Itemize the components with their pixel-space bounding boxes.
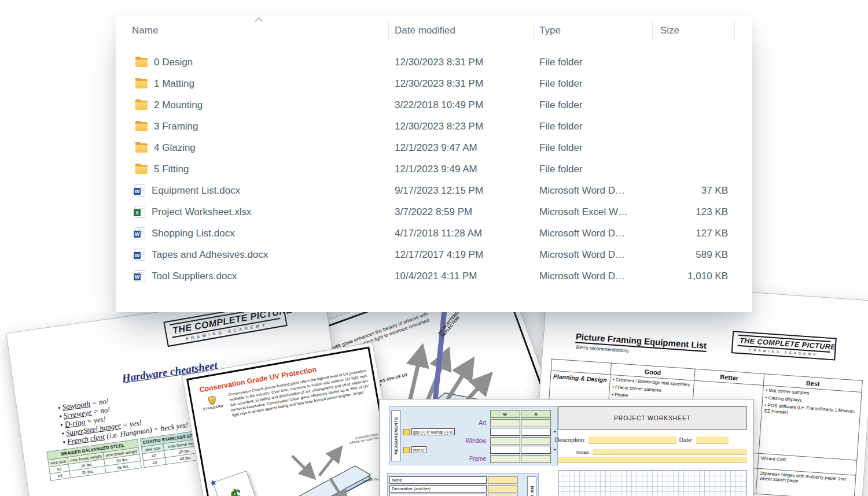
window-h-cell xyxy=(521,437,551,445)
desktop-collage: THE COMPLETE PICTURE FRAMING ACADEMY Har… xyxy=(0,0,868,496)
excel-file-icon xyxy=(135,206,145,218)
description-field xyxy=(589,436,676,444)
star-icon xyxy=(208,476,219,488)
blank-label xyxy=(403,410,489,418)
item-date: 9/17/2023 12:15 PM xyxy=(389,185,534,197)
measurements-grid: w h Art gap (+) or overlap (-) x2 + Wind… xyxy=(403,410,558,463)
item-date: 3/7/2022 8:59 PM xyxy=(389,206,534,218)
file-row[interactable]: Tool Suppliers.docx 10/4/2021 4:11 PM Mi… xyxy=(132,265,752,287)
price-card xyxy=(212,471,260,496)
project-worksheet-page: MEASUREMENTS w h Art gap (+) or overlap … xyxy=(379,399,754,496)
item-date: 12/30/2023 8:31 PM xyxy=(389,57,534,68)
item-name: Tool Suppliers.docx xyxy=(152,271,237,282)
file-row[interactable]: Tapes and Adhesives.docx 12/17/2017 4:19… xyxy=(132,244,752,265)
conservation-frame: Conservation Grade UV Protection STANDAR… xyxy=(186,347,401,496)
item-name: Tapes and Adhesives.docx xyxy=(152,249,268,261)
item-date: 12/17/2017 4:19 PM xyxy=(389,249,534,261)
item-date: 4/17/2018 11:28 AM xyxy=(389,228,534,239)
file-row[interactable]: 3 Framing 12/30/2023 8:23 PM File folder xyxy=(132,116,752,137)
column-header-row: Name Date modified Type Size xyxy=(132,18,752,43)
folder-icon xyxy=(135,101,148,110)
file-row[interactable]: Shopping List.docx 4/17/2018 11:28 AM Mi… xyxy=(132,223,752,244)
gap-h-cell xyxy=(521,428,551,436)
column-header-name[interactable]: Name xyxy=(132,21,389,40)
file-row[interactable]: 2 Mounting 3/22/2018 10:49 PM File folde… xyxy=(132,94,752,116)
yellow-marker xyxy=(403,429,410,435)
description-row: Description: Date: xyxy=(555,436,747,444)
file-row[interactable]: 1 Matting 12/30/2023 8:31 PM File folder xyxy=(132,73,752,94)
file-row[interactable]: 0 Design 12/30/2023 8:31 PM File folder xyxy=(132,51,752,73)
mat-h-cell xyxy=(521,446,551,454)
yellow-marker xyxy=(403,447,410,453)
column-header-type[interactable]: Type xyxy=(534,21,653,40)
item-type: Microsoft Word D… xyxy=(534,228,653,239)
braided-wire-table: BRAIDED GALVANIZED STEEL wire size max f… xyxy=(46,439,142,481)
item-size: 127 KB xyxy=(653,228,735,239)
word-file-icon xyxy=(135,184,145,197)
item-name: 0 Design xyxy=(154,57,193,68)
spacer xyxy=(552,455,558,463)
item-date: 12/1/2023 9:49 AM xyxy=(389,164,534,175)
uv-blocking-diagram xyxy=(272,435,395,496)
item-name: 4 Glazing xyxy=(154,142,196,154)
item-type: File folder xyxy=(534,142,653,154)
item-name: 2 Mounting xyxy=(154,99,203,111)
mat-option-row: Decorative(acid free) xyxy=(389,485,536,493)
gap-w-cell xyxy=(490,428,520,436)
mat-row-label: mat x2 xyxy=(403,446,489,454)
major-mat-label: MAJOR mat xyxy=(530,486,534,496)
gap-row-label: gap (+) or overlap (-) x2 xyxy=(403,428,489,436)
item-name: Shopping List.docx xyxy=(152,228,235,239)
item-name: 3 Framing xyxy=(154,121,198,132)
mat-w-cell xyxy=(490,446,520,454)
grid-paper-area xyxy=(558,470,747,496)
word-file-icon xyxy=(135,270,145,282)
column-header-date-modified[interactable]: Date modified xyxy=(389,21,534,40)
item-type: Microsoft Word D… xyxy=(534,249,653,261)
folder-icon xyxy=(135,58,148,67)
item-date: 12/1/2023 9:47 AM xyxy=(389,142,534,154)
file-row[interactable]: Equipment List.docx 9/17/2023 12:15 PM M… xyxy=(132,180,752,201)
notes-field xyxy=(593,449,747,455)
shield-icon xyxy=(207,395,216,405)
mat-option-row: Alpha Cellulose(acid & lignin free) xyxy=(389,494,536,496)
date-label: Date: xyxy=(679,437,693,443)
item-type: Microsoft Word D… xyxy=(534,185,653,197)
notes-field-line2 xyxy=(558,457,747,463)
height-column-header: h xyxy=(521,410,551,418)
complete-picture-logo: THE COMPLETE PICTURE FRAMING ACADEMY xyxy=(731,331,837,360)
measurements-label: MEASUREMENTS xyxy=(394,417,398,455)
date-field xyxy=(696,436,729,444)
window-row-label: Window xyxy=(403,437,489,445)
art-row-label: Art xyxy=(403,419,489,427)
file-row[interactable]: Project Worksheet.xlsx 3/7/2022 8:59 PM … xyxy=(132,201,752,223)
column-header-size[interactable]: Size xyxy=(653,21,735,40)
item-type: Microsoft Word D… xyxy=(534,271,653,282)
file-row[interactable]: 4 Glazing 12/1/2023 9:47 AM File folder xyxy=(132,137,752,158)
item-date: 10/4/2021 4:11 PM xyxy=(389,271,534,282)
frame-h-cell xyxy=(521,455,551,463)
art-h-cell xyxy=(521,419,551,427)
mat-option-cell xyxy=(488,476,518,484)
spacer xyxy=(552,419,558,427)
word-file-icon xyxy=(135,227,145,239)
plus-sign: + xyxy=(552,446,558,454)
frame-w-cell xyxy=(490,455,520,463)
description-label: Description: xyxy=(555,437,586,443)
item-date: 12/30/2023 8:23 PM xyxy=(389,121,534,132)
mat-option-row: None xyxy=(389,476,536,484)
file-row[interactable]: 5 Fitting 12/1/2023 9:49 AM File folder xyxy=(132,158,752,180)
frame-row-label: Frame xyxy=(403,455,489,463)
notes-row: Notes: xyxy=(576,449,747,455)
item-date: 3/22/2018 10:49 PM xyxy=(389,99,534,111)
window-w-cell xyxy=(490,437,520,445)
item-type: File folder xyxy=(534,78,653,90)
width-column-header: w xyxy=(490,410,520,418)
spacer xyxy=(552,410,558,418)
measurements-sidebar: MEASUREMENTS xyxy=(391,410,401,461)
notes-label: Notes: xyxy=(576,450,590,455)
file-list: 0 Design 12/30/2023 8:31 PM File folder … xyxy=(132,51,752,287)
item-type: Microsoft Excel W… xyxy=(534,206,653,218)
item-size: 37 KB xyxy=(653,185,735,197)
item-type: File folder xyxy=(534,121,653,132)
